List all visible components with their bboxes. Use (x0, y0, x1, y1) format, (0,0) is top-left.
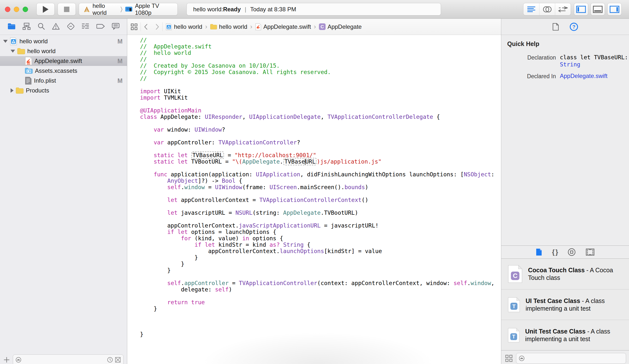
tree-row-label: Info.plist (34, 77, 56, 84)
utilities-panel: ? Quick Help Declaration class let TVBas… (501, 19, 629, 364)
media-library-icon[interactable] (586, 248, 595, 256)
declared-in-link[interactable]: AppDelegate.swift (560, 73, 607, 80)
run-button[interactable] (36, 3, 55, 15)
code-line (140, 203, 501, 210)
library-item-unit-test-case-class[interactable]: T Unit Test Case Class - A class impleme… (501, 320, 629, 350)
tree-row-label: hello world (27, 48, 56, 55)
tree-row-appdelegate-selected[interactable]: AppDelegate.swift M (0, 56, 127, 66)
library-item-text: Unit Test Case Class - A class implement… (525, 328, 626, 343)
tab-symbol-navigator[interactable] (23, 23, 30, 31)
standard-editor-button[interactable] (523, 3, 539, 15)
back-chevron-icon[interactable] (144, 23, 148, 30)
code-line (140, 165, 501, 171)
zoom-window-button[interactable] (23, 7, 28, 12)
tab-breakpoint-navigator[interactable] (96, 23, 105, 31)
object-library-icon[interactable] (568, 248, 576, 256)
disclosure-triangle[interactable] (10, 50, 15, 53)
quick-help-section: Quick Help Declaration class let TVBaseU… (501, 35, 629, 84)
minimize-window-button[interactable] (14, 7, 19, 12)
breadcrumb-symbol[interactable]: C AppDelegate (319, 23, 362, 30)
add-button[interactable] (3, 357, 10, 363)
code-line: import UIKit (140, 88, 501, 95)
toggle-utilities-button[interactable] (607, 3, 622, 15)
toggle-navigator-button[interactable] (574, 3, 588, 15)
disclosure-triangle[interactable] (10, 88, 13, 93)
related-items-icon[interactable] (131, 23, 138, 30)
modified-badge: M (117, 77, 123, 84)
recent-files-clock-icon[interactable] (107, 357, 113, 363)
library-filter-bar (501, 350, 629, 364)
code-line: import TVMLKit (140, 95, 501, 101)
breadcrumb-group[interactable]: hello world (210, 23, 247, 30)
library-item-ui-test-case-class[interactable]: T UI Test Case Class - A class implement… (501, 289, 629, 320)
file-template-icon: T (508, 293, 520, 316)
tree-row-infoplist[interactable]: Info.plist M (0, 76, 127, 86)
quick-help-inspector-icon[interactable]: ? (570, 23, 578, 31)
tree-row-products[interactable]: Products (0, 86, 127, 95)
version-editor-button[interactable] (555, 3, 571, 15)
code-line: } (140, 254, 501, 261)
status-project: hello world: (193, 6, 223, 13)
breadcrumb-project[interactable]: hello world (166, 23, 202, 30)
file-inspector-icon[interactable] (552, 23, 559, 31)
breadcrumb-file[interactable]: AppDelegate.swift (255, 23, 311, 30)
code-line: appControllerContext.javaScriptApplicati… (140, 222, 501, 229)
code-line: let appControllerContext = TVApplication… (140, 197, 501, 203)
tab-test-navigator[interactable] (67, 23, 75, 31)
folder-icon (16, 87, 24, 94)
library-item-cocoa-touch-class[interactable]: C Cocoa Touch Class - A Cocoa Touch clas… (501, 259, 629, 289)
code-line: self.window = UIWindow(frame: UIScreen.m… (140, 184, 501, 190)
toggle-debug-area-button[interactable] (591, 3, 605, 15)
assistant-editor-button[interactable] (539, 3, 555, 15)
code-line (140, 146, 501, 152)
close-window-button[interactable] (5, 7, 10, 12)
tab-debug-navigator[interactable] (81, 23, 89, 31)
filter-icon (519, 355, 525, 361)
toolbar: hello world 〉 Apple TV 1080p hello world… (0, 0, 629, 19)
code-line: @UIApplicationMain (140, 107, 501, 114)
tab-find-navigator[interactable] (38, 23, 45, 31)
scm-status-icon[interactable] (115, 357, 121, 363)
library-filter-field[interactable] (516, 353, 626, 364)
grid-view-icon[interactable] (505, 355, 513, 362)
swift-file-icon (255, 23, 261, 30)
tab-report-navigator[interactable] (112, 23, 120, 31)
file-template-library-icon[interactable] (536, 248, 542, 256)
swift-file-icon (25, 57, 32, 65)
tab-issue-navigator[interactable] (52, 23, 60, 31)
debug-panel-icon (593, 6, 603, 13)
folder-icon (17, 48, 25, 54)
scheme-project-label: hello world (93, 2, 118, 16)
navigator-filter-bar (0, 354, 127, 364)
code-line: var window: UIWindow? (140, 126, 501, 133)
library-item-text: UI Test Case Class - A class implementin… (526, 297, 626, 312)
breadcrumb-separator: › (314, 23, 316, 30)
test-diamond-icon (67, 23, 75, 30)
scheme-selector[interactable]: hello world 〉 Apple TV 1080p (79, 3, 178, 15)
tab-project-navigator[interactable] (7, 23, 16, 31)
stop-button[interactable] (58, 3, 76, 15)
tree-row-assets[interactable]: Assets.xcassets (0, 66, 127, 76)
navigator-filter-field[interactable] (13, 355, 124, 364)
code-line: return true (140, 299, 501, 305)
disclosure-triangle[interactable] (3, 40, 8, 43)
tree-row-label: hello world (19, 38, 48, 45)
tree-row-group[interactable]: hello world (0, 46, 127, 56)
version-editor-icon (558, 6, 568, 12)
play-icon (42, 5, 49, 13)
file-template-icon: C (508, 263, 523, 285)
code-line (140, 190, 501, 197)
editor-area: hello world › hello world › AppDelegate.… (127, 19, 501, 364)
code-snippet-library-icon[interactable]: { } (552, 248, 558, 256)
apple-tv-icon (125, 6, 133, 13)
code-editor[interactable]: //// AppDelegate.swift// hello world////… (127, 35, 501, 338)
tree-row-label: Assets.xcassets (35, 67, 77, 74)
tree-row-project[interactable]: hello world M (0, 36, 127, 46)
asset-catalog-icon (25, 67, 33, 74)
plist-file-icon (25, 77, 32, 85)
tree-row-label: Products (26, 87, 49, 94)
breadcrumb-label: AppDelegate.swift (263, 23, 311, 30)
forward-chevron-icon[interactable] (155, 23, 159, 30)
project-file-icon (10, 37, 17, 45)
code-line (140, 273, 501, 280)
